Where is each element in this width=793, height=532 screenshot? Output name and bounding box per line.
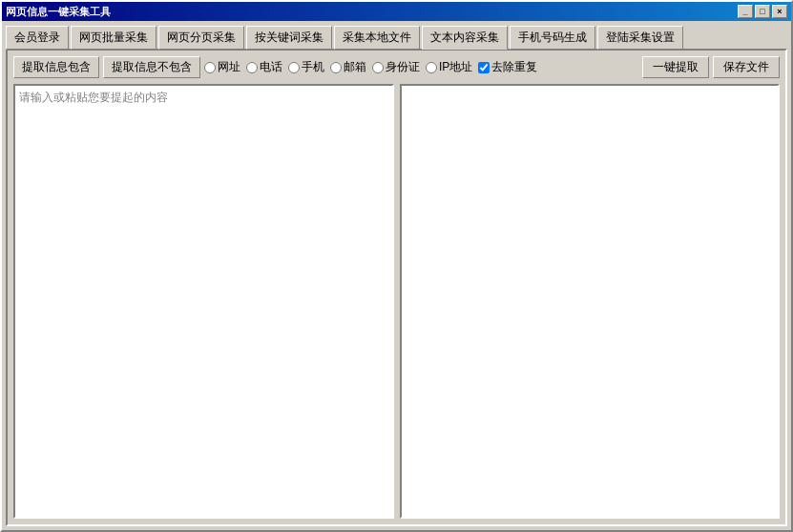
radio-phone[interactable]: 电话 xyxy=(246,59,282,75)
tab-local-file[interactable]: 采集本地文件 xyxy=(334,26,420,50)
radio-ip-input[interactable] xyxy=(426,62,437,73)
one-click-extract-button[interactable]: 一键提取 xyxy=(642,56,709,78)
radio-ip-label: IP地址 xyxy=(439,59,472,75)
radio-mobile-input[interactable] xyxy=(288,62,300,73)
main-content-area: 提取信息包含 提取信息不包含 网址 电话 手机 邮箱 xyxy=(6,49,787,526)
input-textarea[interactable] xyxy=(15,86,392,517)
tab-keyword-collect[interactable]: 按关键词采集 xyxy=(246,26,332,50)
radio-mobile[interactable]: 手机 xyxy=(288,59,324,75)
dedup-checkbox[interactable] xyxy=(478,62,490,73)
radio-email-input[interactable] xyxy=(330,62,342,73)
toolbar-row: 提取信息包含 提取信息不包含 网址 电话 手机 邮箱 xyxy=(13,56,780,78)
radio-mobile-label: 手机 xyxy=(302,59,324,75)
title-bar: 网页信息一键采集工具 _ □ × xyxy=(2,2,791,21)
main-window: 网页信息一键采集工具 _ □ × 会员登录 网页批量采集 网页分页采集 按关键词… xyxy=(0,0,793,532)
radio-url-label: 网址 xyxy=(218,59,240,75)
tab-batch-collect[interactable]: 网页批量采集 xyxy=(71,26,157,50)
output-textarea[interactable] xyxy=(402,86,779,517)
radio-id-input[interactable] xyxy=(372,62,384,73)
radio-url[interactable]: 网址 xyxy=(204,59,240,75)
radio-email-label: 邮箱 xyxy=(344,59,366,75)
save-file-button[interactable]: 保存文件 xyxy=(713,56,780,78)
dedup-label: 去除重复 xyxy=(491,59,537,75)
radio-group: 网址 电话 手机 邮箱 身份证 xyxy=(204,59,638,75)
radio-phone-input[interactable] xyxy=(246,62,258,73)
close-button[interactable]: × xyxy=(772,5,787,18)
radio-id[interactable]: 身份证 xyxy=(372,59,420,75)
radio-id-label: 身份证 xyxy=(386,59,420,75)
tab-phone-generate[interactable]: 手机号码生成 xyxy=(510,26,595,50)
radio-url-input[interactable] xyxy=(204,62,216,73)
tab-page-collect[interactable]: 网页分页采集 xyxy=(158,26,244,50)
radio-ip[interactable]: IP地址 xyxy=(426,59,472,75)
window-controls: _ □ × xyxy=(738,5,787,18)
radio-email[interactable]: 邮箱 xyxy=(330,59,366,75)
input-panel: 请输入或粘贴您要提起的内容 xyxy=(13,84,394,519)
tab-login-settings[interactable]: 登陆采集设置 xyxy=(597,26,683,50)
maximize-button[interactable]: □ xyxy=(755,5,770,18)
dedup-checkbox-item[interactable]: 去除重复 xyxy=(478,59,537,75)
tab-text-collect[interactable]: 文本内容采集 xyxy=(422,26,508,50)
window-title: 网页信息一键采集工具 xyxy=(6,5,111,19)
include-info-button[interactable]: 提取信息包含 xyxy=(13,56,99,78)
output-panel xyxy=(400,84,781,519)
radio-phone-label: 电话 xyxy=(260,59,282,75)
exclude-info-button[interactable]: 提取信息不包含 xyxy=(103,56,200,78)
text-areas-container: 请输入或粘贴您要提起的内容 xyxy=(13,84,780,519)
minimize-button[interactable]: _ xyxy=(738,5,753,18)
tab-bar: 会员登录 网页批量采集 网页分页采集 按关键词采集 采集本地文件 文本内容采集 … xyxy=(2,21,791,49)
tab-member-login[interactable]: 会员登录 xyxy=(6,26,69,50)
